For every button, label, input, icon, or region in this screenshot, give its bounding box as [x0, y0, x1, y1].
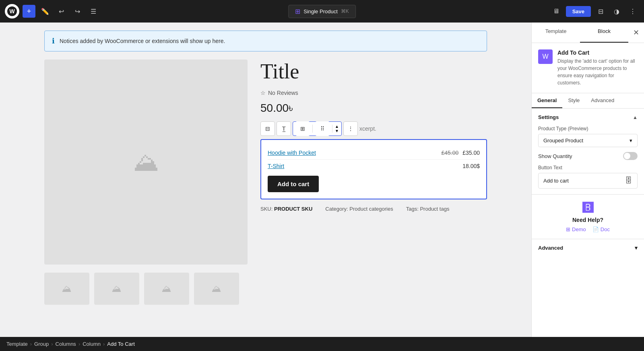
show-quantity-label: Show Quantity — [538, 153, 572, 159]
breadcrumb-sep-2: › — [51, 341, 53, 347]
product-reviews: ☆ No Reviews — [260, 90, 487, 96]
advanced-section: Advanced ▾ — [532, 239, 644, 257]
arrow-down-icon[interactable]: ▼ — [335, 129, 339, 133]
breadcrumb-sep-4: › — [103, 341, 105, 347]
settings-section-header[interactable]: Settings ▲ — [538, 114, 638, 120]
breadcrumb-template[interactable]: Template — [6, 341, 28, 347]
edit-icon-button[interactable]: ✏️ — [39, 5, 52, 18]
sku-label: SKU: — [260, 206, 272, 212]
template-indicator[interactable]: ⊞ Single Product ⌘K — [288, 5, 356, 18]
breadcrumb: Template › Group › Columns › Column › Ad… — [0, 337, 644, 351]
add-block-button[interactable]: + — [23, 5, 35, 18]
toolbar-drag-button[interactable]: ⠿ — [315, 121, 330, 136]
thumbnails-row: ⛰ ⛰ ⛰ ⛰ — [44, 273, 487, 305]
breadcrumb-group[interactable]: Group — [34, 341, 49, 347]
toolbar-arrows[interactable]: ▲ ▼ — [335, 124, 339, 133]
grouped-row-1: Hoodie with Pocket £45.00 £35.00 — [268, 146, 480, 160]
more-options-button[interactable]: ⋮ — [626, 5, 639, 18]
product-image-placeholder: ⛰ — [44, 60, 248, 265]
reviews-text: No Reviews — [268, 90, 298, 96]
grouped-price-1: £45.00 £35.00 — [441, 150, 480, 156]
product-meta: SKU: PRODUCT SKU Category: Product categ… — [260, 206, 487, 212]
doc-label: Doc — [601, 226, 610, 232]
redo-button[interactable]: ↪ — [71, 5, 84, 18]
list-view-button[interactable]: ☰ — [87, 5, 100, 18]
doc-icon: 📄 — [592, 226, 599, 232]
toolbar-more-button[interactable]: ⋮ — [343, 121, 358, 136]
block-title: Add To Cart — [557, 49, 638, 56]
product-sku: SKU: PRODUCT SKU — [260, 206, 312, 212]
product-info-col: Title ☆ No Reviews 50.00৳ ⊟ T̲ ⊞ ⠿ — [260, 60, 487, 265]
button-text-value: Add to cart — [543, 178, 569, 184]
settings-chevron-up-icon: ▲ — [633, 115, 638, 120]
notice-text: Notices added by WooCommerce or extensio… — [60, 38, 225, 44]
button-text-label: Button Text — [538, 165, 638, 170]
settings-section: Settings ▲ Product Type (Preview) Groupe… — [532, 109, 644, 195]
notice-banner: ℹ Notices added by WooCommerce or extens… — [44, 31, 487, 51]
advanced-chevron-down-icon: ▾ — [635, 245, 638, 251]
block-description: Display the 'add to cart' option for all… — [557, 57, 638, 86]
right-panel: Template Block ✕ W Add To Cart Display t… — [531, 23, 644, 337]
grouped-product-name-1[interactable]: Hoodie with Pocket — [268, 150, 441, 156]
wp-logo[interactable]: W — [5, 4, 19, 18]
undo-button[interactable]: ↩ — [55, 5, 68, 18]
add-to-cart-button[interactable]: Add to cart — [268, 176, 319, 192]
panel-tabs: Template Block ✕ — [532, 23, 644, 43]
breadcrumb-sep-3: › — [78, 341, 80, 347]
demo-link[interactable]: ⊞ Demo — [566, 226, 586, 232]
toolbar-split-button[interactable]: ⊟ — [260, 121, 275, 136]
button-text-field[interactable]: Add to cart 🗄 — [538, 173, 638, 189]
product-type-select[interactable]: Grouped Product ▾ — [538, 134, 638, 147]
settings-tab-general[interactable]: General — [532, 93, 562, 108]
advanced-label: Advanced — [538, 245, 563, 251]
category-value: Product categories — [349, 206, 393, 212]
keyboard-shortcut: ⌘K — [341, 8, 349, 14]
thumb-icon-4: ⛰ — [212, 283, 221, 294]
image-placeholder-icon: ⛰ — [133, 147, 159, 177]
advanced-section-header[interactable]: Advanced ▾ — [538, 245, 638, 251]
canvas-content: ℹ Notices added by WooCommerce or extens… — [44, 31, 487, 305]
device-view-button[interactable]: 🖥 — [550, 5, 563, 18]
grouped-table: Hoodie with Pocket £45.00 £35.00 T-Shirt… — [260, 139, 487, 199]
thumb-icon-2: ⛰ — [112, 283, 122, 294]
tab-block[interactable]: Block — [580, 23, 628, 43]
tags-label: Tags: — [406, 206, 419, 212]
thumbnail-2: ⛰ — [94, 273, 139, 305]
toolbar-separator-2 — [332, 125, 332, 133]
sku-value: PRODUCT SKU — [274, 206, 312, 212]
block-info-text: Add To Cart Display the 'add to cart' op… — [557, 49, 638, 86]
show-quantity-toggle[interactable] — [623, 152, 638, 160]
breadcrumb-add-to-cart[interactable]: Add To Cart — [107, 341, 134, 347]
toolbar-text-button[interactable]: T̲ — [277, 121, 291, 136]
excerpt-text: xcerpt. — [359, 125, 376, 132]
breadcrumb-column[interactable]: Column — [83, 341, 101, 347]
toolbar-type-button[interactable]: ⊞ — [295, 121, 310, 136]
doc-link[interactable]: 📄 Doc — [592, 226, 610, 232]
theme-button[interactable]: ◑ — [610, 5, 623, 18]
arrow-up-icon[interactable]: ▲ — [335, 124, 339, 129]
product-image-col: ⛰ — [44, 60, 248, 265]
template-icon: ⊞ — [295, 8, 300, 15]
product-layout: ⛰ Title ☆ No Reviews 50.00৳ ⊟ T̲ — [44, 60, 487, 265]
tags-value: Product tags — [420, 206, 449, 212]
toolbar-separator — [312, 125, 313, 133]
breadcrumb-columns[interactable]: Columns — [56, 341, 76, 347]
settings-tabs: General Style Advanced — [532, 93, 644, 109]
product-type-value: Grouped Product — [543, 138, 583, 144]
topbar-center: ⊞ Single Product ⌘K — [288, 5, 356, 18]
block-toolbar: ⊟ T̲ ⊞ ⠿ ▲ ▼ ⋮ xce — [260, 121, 487, 136]
settings-tab-style[interactable]: Style — [562, 93, 585, 108]
demo-label: Demo — [572, 226, 586, 232]
settings-tab-advanced[interactable]: Advanced — [585, 93, 620, 108]
woo-block-icon: W — [542, 53, 548, 60]
layout-toggle-button[interactable]: ⊟ — [594, 5, 607, 18]
close-panel-button[interactable]: ✕ — [628, 23, 644, 43]
grouped-product-name-2[interactable]: T-Shirt — [268, 163, 462, 169]
thumbnail-4: ⛰ — [194, 273, 239, 305]
main-layout: ℹ Notices added by WooCommerce or extens… — [0, 23, 644, 337]
tab-template[interactable]: Template — [532, 23, 580, 43]
grouped-new-price-1: £35.00 — [462, 150, 480, 156]
toggle-knob — [624, 153, 630, 159]
need-help-links: ⊞ Demo 📄 Doc — [538, 226, 638, 232]
save-button[interactable]: Save — [566, 6, 591, 17]
